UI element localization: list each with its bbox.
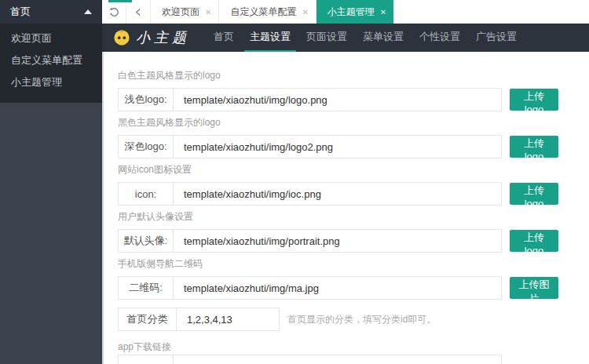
field-input[interactable]: [174, 136, 501, 158]
category-input[interactable]: [177, 308, 279, 330]
tab[interactable]: 欢迎页面: [151, 0, 219, 24]
form-row: 深色logo: 上传logo: [118, 135, 589, 158]
field-input[interactable]: [174, 183, 501, 205]
sidebar: 首页 欢迎页面自定义菜单配置小主题管理: [0, 0, 102, 364]
upload-button[interactable]: 上传logo: [510, 89, 558, 111]
tab-label: 小主题管理: [327, 5, 375, 19]
input-group: 二维码:: [118, 276, 502, 300]
form-section: 手机版侧导航二维码 二维码: 上传图片: [118, 257, 589, 300]
upload-button[interactable]: 上传logo: [510, 230, 558, 252]
form-row: 浅色logo: 上传logo: [118, 88, 589, 111]
tab-label: 自定义菜单配置: [230, 5, 296, 19]
form-section: 用户默认头像设置 默认头像: 上传logo: [118, 210, 589, 253]
refresh-button[interactable]: [102, 0, 126, 24]
tab-label: 欢迎页面: [162, 5, 199, 19]
chevron-left-icon: [134, 7, 144, 17]
sidebar-group-label: 首页: [10, 5, 31, 19]
field-input[interactable]: [174, 230, 501, 252]
section-heading: 黑色主题风格显示的logo: [118, 116, 589, 129]
app-link-field-label: [119, 355, 174, 364]
theme-navbar: 小主题 首页主题设置页面设置菜单设置个性设置广告设置: [102, 24, 589, 52]
navbar-menu: 首页主题设置页面设置菜单设置个性设置广告设置: [206, 24, 525, 52]
main-panel: 欢迎页面 自定义菜单配置 小主题管理 小主题 首页主题设置页面设置菜单设置个性设…: [102, 0, 589, 364]
app-window: 首页 欢迎页面自定义菜单配置小主题管理 欢迎页面 自定义菜单配置: [0, 0, 589, 364]
sidebar-item[interactable]: 欢迎页面: [0, 27, 102, 49]
navbar-item[interactable]: 首页: [208, 24, 240, 52]
tab-bar: 欢迎页面 自定义菜单配置 小主题管理: [102, 0, 589, 24]
section-heading: 手机版侧导航二维码: [118, 257, 589, 271]
section-heading: 白色主题风格显示的logo: [118, 69, 589, 82]
field-input[interactable]: [174, 89, 501, 111]
refresh-icon: [108, 6, 120, 18]
upload-button[interactable]: 上传logo: [510, 183, 558, 205]
navbar-item[interactable]: 主题设置: [244, 24, 296, 52]
close-icon[interactable]: [205, 7, 211, 16]
upload-button[interactable]: 上传logo: [510, 136, 558, 158]
sidebar-item[interactable]: 小主题管理: [0, 71, 102, 93]
tab[interactable]: 小主题管理: [316, 0, 394, 24]
navbar-item[interactable]: 菜单设置: [357, 24, 409, 52]
brand-logo-icon: [113, 29, 130, 46]
category-row: 首页分类 首页显示的分类，填写分类id即可。: [118, 308, 589, 331]
field-input[interactable]: [174, 277, 501, 299]
tab[interactable]: 自定义菜单配置: [219, 0, 316, 24]
loading-progress-bar: [108, 0, 132, 2]
form-row: icon: 上传logo: [118, 182, 589, 206]
field-label: icon:: [119, 183, 174, 205]
field-label: 深色logo:: [119, 136, 174, 158]
close-icon[interactable]: [302, 7, 308, 16]
section-heading-app-link: app下载链接: [118, 340, 589, 354]
field-label: 浅色logo:: [119, 89, 174, 111]
close-icon[interactable]: [380, 7, 386, 16]
back-button[interactable]: [126, 0, 151, 24]
form-section: 黑色主题风格显示的logo 深色logo: 上传logo: [118, 116, 589, 158]
input-group: 默认头像:: [118, 229, 502, 253]
sidebar-group-home[interactable]: 首页: [0, 0, 102, 24]
form-row: 二维码: 上传图片: [118, 276, 589, 300]
settings-form: 白色主题风格显示的logo 浅色logo: 上传logo 黑色主题风格显示的lo…: [102, 52, 589, 364]
section-heading: 用户默认头像设置: [118, 210, 589, 224]
chevron-up-icon: [84, 9, 92, 14]
app-link-row: [118, 355, 589, 364]
sidebar-item[interactable]: 自定义菜单配置: [0, 49, 102, 71]
upload-button[interactable]: 上传图片: [510, 277, 558, 299]
form-section: 网站icon图标设置 icon: 上传logo: [118, 163, 589, 206]
section-heading: 网站icon图标设置: [118, 163, 589, 177]
input-group: icon:: [118, 182, 502, 206]
category-hint: 首页显示的分类，填写分类id即可。: [287, 313, 436, 326]
input-group: 浅色logo:: [118, 88, 502, 111]
sidebar-menu: 欢迎页面自定义菜单配置小主题管理: [0, 24, 102, 103]
navbar-item[interactable]: 页面设置: [301, 24, 353, 52]
category-field-label: 首页分类: [119, 308, 177, 330]
tab-strip: 欢迎页面 自定义菜单配置 小主题管理: [151, 0, 394, 24]
field-label: 默认头像:: [119, 230, 174, 252]
app-link-input[interactable]: [174, 355, 501, 364]
brand-title: 小主题: [136, 28, 190, 47]
navbar-item[interactable]: 广告设置: [470, 24, 522, 52]
brand: 小主题: [102, 24, 201, 52]
form-row: 默认头像: 上传logo: [118, 229, 589, 253]
navbar-item[interactable]: 个性设置: [414, 24, 466, 52]
field-label: 二维码:: [119, 277, 174, 299]
form-section: 白色主题风格显示的logo 浅色logo: 上传logo: [118, 69, 589, 111]
category-input-group: 首页分类: [118, 308, 280, 331]
input-group: 深色logo:: [118, 135, 502, 158]
app-link-input-group: [118, 355, 502, 364]
